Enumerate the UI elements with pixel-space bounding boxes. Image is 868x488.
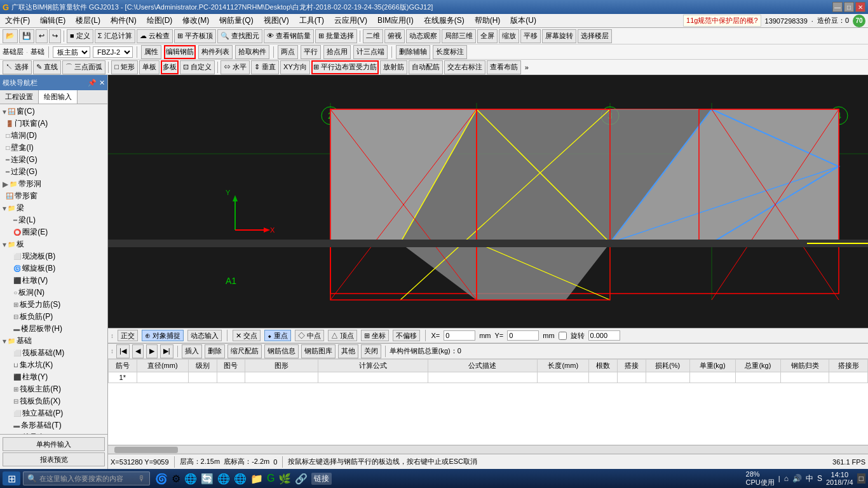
redo-button[interactable]: ↪ <box>49 29 61 43</box>
local-3d-button[interactable]: 局部三维 <box>442 29 476 43</box>
tree-item-foundation-group[interactable]: ▾ 📁 基础 <box>1 335 106 347</box>
cell-formula[interactable] <box>318 372 428 383</box>
pan-button[interactable]: 平移 <box>520 29 541 43</box>
close-rebar[interactable]: 关闭 <box>361 344 381 358</box>
table-row[interactable]: 1* <box>109 372 868 383</box>
snap-midpoint[interactable]: ⬥ 重点 <box>264 330 291 341</box>
menu-file[interactable]: 文件(F) <box>3 14 32 27</box>
taskbar-app6[interactable]: 🌐 <box>234 473 247 485</box>
menu-bim[interactable]: BIM应用(I) <box>375 14 416 27</box>
single-component-input[interactable]: 单构件输入 <box>3 437 105 451</box>
level-top-button[interactable]: ⊞ 平齐板顶 <box>174 29 216 43</box>
taskbar-app2[interactable]: ⚙ <box>172 473 180 485</box>
tree-item-cast-plate[interactable]: ⬜ 现浇板(B) <box>1 250 106 262</box>
save-button[interactable]: 💾 <box>19 29 34 43</box>
vertical-tool[interactable]: ⇕ 垂直 <box>251 60 279 74</box>
dynamic-view-button[interactable]: 动态观察 <box>406 29 440 43</box>
tree-item-spiral-plate[interactable]: 🌀 螺旋板(B) <box>1 262 106 274</box>
2d-button[interactable]: 二维 <box>363 29 383 43</box>
xy-tool[interactable]: XY方向 <box>280 60 310 74</box>
taskbar-app8[interactable]: G <box>267 473 275 484</box>
panel-pin-icon[interactable]: 📌 <box>88 79 97 87</box>
taskbar-app5[interactable]: 🌐 <box>217 473 230 485</box>
horizontal-tool[interactable]: ⇔ 水平 <box>220 60 250 74</box>
plate-id-select[interactable]: FBZJ-2 <box>93 46 133 58</box>
rebar-info[interactable]: 钢筋信息 <box>264 344 299 358</box>
cell-shape[interactable] <box>245 372 318 383</box>
tree-item-niche[interactable]: □ 壁龛(I) <box>1 142 106 154</box>
length-mark-button[interactable]: 长度标注 <box>433 45 467 59</box>
select-floor-button[interactable]: 选择楼层 <box>578 29 612 43</box>
tree-item-doorwindow[interactable]: 🚪 门联窗(A) <box>1 118 106 130</box>
cell-desc[interactable] <box>428 372 537 383</box>
component-list-button[interactable]: 构件列表 <box>198 45 233 59</box>
arc-tool[interactable]: ⌒ 三点面弧 <box>62 60 105 74</box>
parallel-edge-tool[interactable]: ⊞ 平行边布置受力筋 <box>311 60 379 74</box>
other-rebar[interactable]: 其他 <box>338 344 358 358</box>
taskbar-app3[interactable]: 🌐 <box>184 473 197 485</box>
snap-orthogonal[interactable]: 正交 <box>118 330 138 341</box>
menu-rebar-qty[interactable]: 钢筋量(Q) <box>217 14 255 27</box>
menu-floor[interactable]: 楼层(L) <box>73 14 103 27</box>
tree-item-beam[interactable]: ━ 梁(L) <box>1 214 106 226</box>
tree-item-overbeam[interactable]: ━ 过梁(G) <box>1 166 106 178</box>
rebar-lib[interactable]: 钢筋图库 <box>301 344 336 358</box>
snap-nooffset[interactable]: 不偏移 <box>393 330 420 341</box>
cell-category[interactable] <box>781 372 829 383</box>
tree-item-connbeam[interactable]: ━ 连梁(G) <box>1 154 106 166</box>
cad-canvas-area[interactable]: 2 3 4 A1 <box>108 75 868 328</box>
tab-draw[interactable]: 绘图输入 <box>39 90 78 104</box>
menu-help[interactable]: 帮助(H) <box>472 14 503 27</box>
pick-component-button[interactable]: 拾取构件 <box>235 45 269 59</box>
taskbar-app1[interactable]: 🌀 <box>155 473 168 485</box>
menu-edit[interactable]: 编辑(E) <box>37 14 68 27</box>
tree-item-col-cap[interactable]: ⬛ 柱墩(Y) <box>1 371 106 383</box>
cell-total-wt[interactable] <box>735 372 781 383</box>
delete-rebar[interactable]: 删除 <box>205 344 225 358</box>
taskbar-app7[interactable]: 📁 <box>250 473 263 485</box>
open-button[interactable]: 📂 <box>3 29 18 43</box>
properties-button[interactable]: 属性 <box>141 45 161 59</box>
tree-item-neg-rebar[interactable]: ⊟ 板负筋(P) <box>1 311 106 323</box>
multi-plate-tool[interactable]: 多板 <box>161 60 179 74</box>
taskbar-app4[interactable]: 🔄 <box>201 473 214 485</box>
tree-item-ring-beam[interactable]: ⭕ 圈梁(E) <box>1 226 106 238</box>
tree-item-floor-band[interactable]: ▬ 楼层板带(H) <box>1 323 106 335</box>
tree-item-wallhole[interactable]: □ 墙洞(D) <box>1 130 106 142</box>
insert-rebar[interactable]: 插入 <box>182 344 202 358</box>
del-aux-button[interactable]: 删除辅轴 <box>396 45 430 59</box>
taskbar-link[interactable]: 链接 <box>311 473 332 485</box>
edit-rebar-button[interactable]: 编辑钢筋 <box>164 45 196 59</box>
view-rebar-button[interactable]: 👁 查看钢筋量 <box>264 29 314 43</box>
cell-loss[interactable] <box>646 372 689 383</box>
line-tool[interactable]: ✎ 直线 <box>33 60 61 74</box>
taskbar-app9[interactable]: 🌿 <box>278 473 291 485</box>
cell-fig-id[interactable] <box>217 372 245 383</box>
cell-diameter[interactable] <box>137 372 188 383</box>
cell-overlap-type[interactable] <box>829 372 868 383</box>
pick-point-button[interactable]: 拾点用 <box>323 45 351 59</box>
tree-item-plate-hole[interactable]: ○ 板洞(N) <box>1 287 106 299</box>
minimize-button[interactable]: — <box>832 2 843 12</box>
rect-tool[interactable]: □ 矩形 <box>111 60 138 74</box>
taskbar-search[interactable]: 🔍 在这里输入你要搜索的内容 🎙 <box>23 471 150 485</box>
find-elem-button[interactable]: 🔍 查找图元 <box>217 29 262 43</box>
snap-center[interactable]: ◇ 中点 <box>295 330 324 341</box>
cell-count[interactable] <box>589 372 618 383</box>
tree-item-raft-main[interactable]: ⊞ 筏板主筋(R) <box>1 383 106 395</box>
tree-item-raft[interactable]: ⬜ 筏板基础(M) <box>1 347 106 359</box>
screen-rotate-button[interactable]: 屏幕旋转 <box>542 29 576 43</box>
select-tool[interactable]: ↖ 选择 <box>3 60 32 74</box>
tree-item-bandwindow[interactable]: 🪟 带形窗 <box>1 190 106 202</box>
cross-mark-tool[interactable]: 交左右标注 <box>444 60 485 74</box>
tree-item-bandhole[interactable]: ▶ 📁 带形洞 <box>1 178 106 190</box>
tree-item-plate-group[interactable]: ▾ 📁 板 <box>1 238 106 250</box>
tree-item-plate-rebar[interactable]: ⊞ 板受力筋(S) <box>1 299 106 311</box>
snap-dynamic[interactable]: 动态输入 <box>187 330 222 341</box>
cell-unit-wt[interactable] <box>689 372 735 383</box>
tree-item-strip[interactable]: ▬ 条形基础(T) <box>1 419 106 431</box>
cloud-check-button[interactable]: ☁ 云检查 <box>137 29 173 43</box>
two-point-button[interactable]: 两点 <box>278 45 298 59</box>
y-input[interactable] <box>507 330 539 341</box>
calc-button[interactable]: Σ 汇总计算 <box>95 29 135 43</box>
